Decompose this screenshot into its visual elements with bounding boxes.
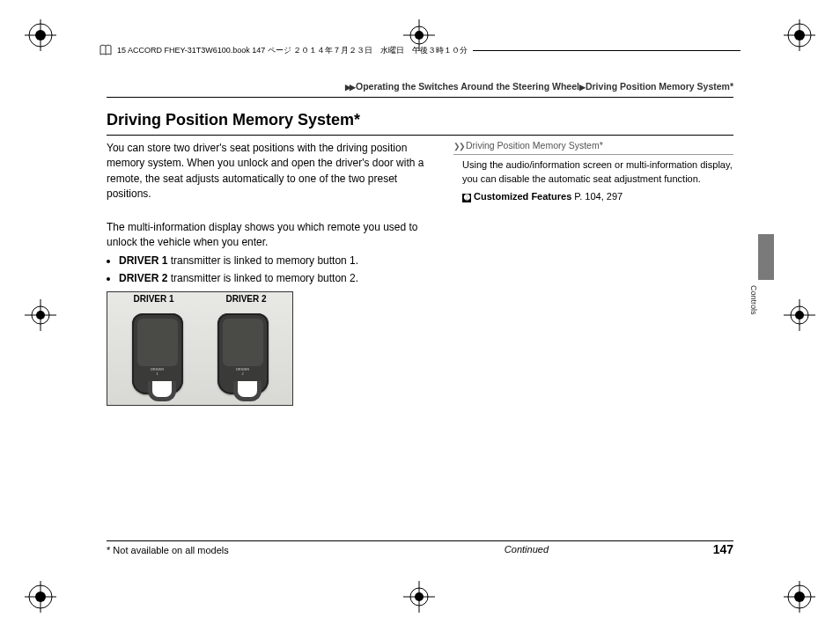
svg-point-5	[794, 30, 805, 40]
figure-label-driver1: DRIVER 1	[107, 292, 200, 306]
sidebar-info-column: ❯❯Driving Position Memory System* Using …	[453, 139, 733, 204]
crop-mark-icon	[784, 299, 815, 331]
svg-point-17	[36, 311, 45, 320]
breadcrumb-section-1: Operating the Switches Around the Steeri…	[356, 81, 579, 92]
svg-point-21	[795, 311, 804, 320]
footnote-text: * Not available on all models	[107, 545, 229, 555]
svg-point-1	[35, 30, 46, 40]
breadcrumb-sep-icon: ▶	[579, 83, 584, 92]
driver1-bold: DRIVER 1	[119, 254, 167, 267]
source-file-header: 15 ACCORD FHEY-31T3W6100.book 147 ページ ２０…	[99, 44, 741, 56]
svg-point-9	[35, 592, 46, 602]
main-body-column: You can store two driver's seat position…	[107, 141, 437, 406]
page-number: 147	[713, 542, 733, 556]
reference-title: Customized Features	[474, 191, 571, 202]
sidebar-text: Using the audio/information screen or mu…	[462, 158, 733, 187]
crop-mark-icon	[784, 581, 815, 613]
svg-point-0	[29, 24, 52, 47]
page-canvas: 15 ACCORD FHEY-31T3W6100.book 147 ページ ２０…	[66, 35, 774, 597]
crop-mark-icon	[25, 19, 56, 51]
svg-point-20	[791, 306, 808, 324]
driver1-text: transmitter is linked to memory button 1…	[167, 254, 358, 267]
body-paragraph-1: You can store two driver's seat position…	[107, 141, 437, 202]
page-footer: * Not available on all models Continued …	[107, 540, 733, 560]
remote-transmitter-figure: DRIVER 1 DRIVER 2 DRIVER1 DRIVER2	[107, 291, 293, 406]
breadcrumb: ▶▶Operating the Switches Around the Stee…	[345, 81, 733, 92]
sidebar-chevron-icon: ❯❯	[453, 141, 464, 152]
svg-point-12	[788, 585, 811, 608]
figure-label-driver2: DRIVER 2	[200, 292, 292, 306]
body-bullet-list: DRIVER 1 transmitter is linked to memory…	[119, 254, 437, 286]
sidebar-heading: ❯❯Driving Position Memory System*	[453, 139, 733, 155]
body-paragraph-2: The multi-information display shows you …	[107, 220, 437, 251]
thumb-tab-label: Controls	[748, 285, 758, 315]
svg-point-16	[32, 306, 49, 324]
driver2-text: transmitter is linked to memory button 2…	[167, 272, 358, 284]
continued-label: Continued	[505, 544, 549, 555]
reference-icon: ➋	[462, 194, 471, 202]
remote1-badge-line2: 1	[156, 371, 158, 376]
breadcrumb-section-2: Driving Position Memory System*	[586, 81, 733, 92]
svg-point-4	[788, 24, 811, 47]
title-rule	[107, 135, 733, 136]
reference-pages: P. 104, 297	[571, 191, 623, 202]
remote-key-icon: DRIVER1	[132, 313, 183, 394]
crop-mark-icon	[25, 581, 56, 613]
list-item: DRIVER 1 transmitter is linked to memory…	[119, 254, 437, 268]
remote2-badge-line2: 2	[241, 371, 243, 376]
source-file-text: 15 ACCORD FHEY-31T3W6100.book 147 ページ ２０…	[117, 45, 468, 56]
sidebar-heading-text: Driving Position Memory System*	[466, 140, 603, 151]
svg-point-8	[29, 585, 52, 608]
thumb-tab	[758, 234, 774, 280]
book-icon	[99, 44, 112, 56]
page-title: Driving Position Memory System*	[107, 111, 360, 129]
breadcrumb-arrows-icon: ▶▶	[345, 83, 354, 92]
svg-point-13	[794, 592, 805, 602]
list-item: DRIVER 2 transmitter is linked to memory…	[119, 271, 437, 286]
crop-mark-icon	[25, 299, 56, 331]
driver2-bold: DRIVER 2	[119, 272, 167, 284]
remote-key-icon: DRIVER2	[217, 313, 269, 394]
crop-mark-icon	[784, 19, 815, 51]
sidebar-cross-reference: ➋Customized Features P. 104, 297	[462, 190, 733, 204]
header-rule	[107, 97, 733, 98]
